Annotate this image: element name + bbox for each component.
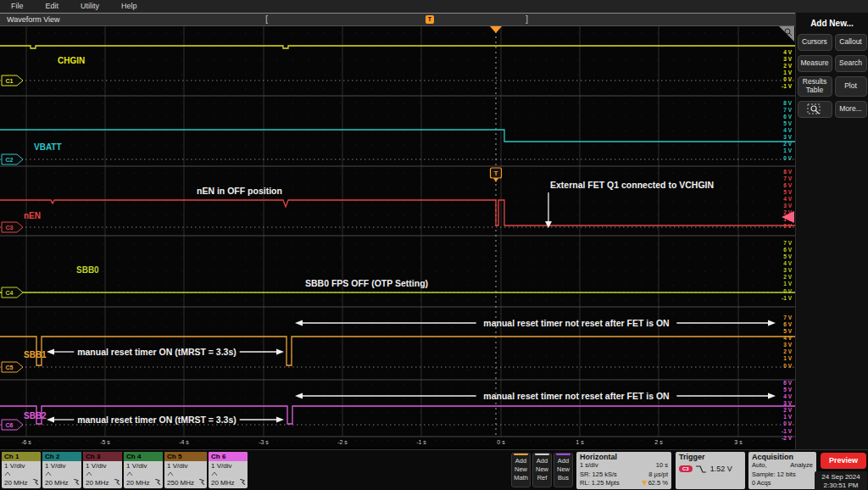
scale-label-C5: 1 V <box>783 355 792 361</box>
channel-tag-label-C4: C4 <box>6 290 14 296</box>
coupling-icon <box>167 471 174 478</box>
add-button-accent <box>535 454 549 455</box>
channel-label-SBB2: SBB2 <box>24 411 47 420</box>
channel-tag-label-C6: C6 <box>6 422 14 428</box>
cursors-button[interactable]: Cursors <box>798 34 832 51</box>
tab-waveform-view[interactable]: Waveform View <box>7 15 60 24</box>
menu-item-edit[interactable]: Edit <box>35 0 70 13</box>
add-new-ref-button[interactable]: AddNewRef <box>532 453 552 487</box>
add-new-bus-button[interactable]: AddNewBus <box>554 453 573 487</box>
annotation-text: SBB0 FPS OFF (OTP Setting) <box>305 278 428 288</box>
add-new-title: Add New... <box>796 19 868 28</box>
channel-badge-menu-icon[interactable] <box>74 479 80 487</box>
channel-badge-ch2[interactable]: Ch 21 V/div20 MHz <box>42 452 81 488</box>
time-axis-label: -2 s <box>337 439 348 445</box>
horizontal-record-length: RL: 1.25 Mpts <box>580 479 620 488</box>
falling-edge-icon <box>696 465 707 473</box>
channel-badge-menu-icon[interactable] <box>240 479 246 487</box>
scale-label-C2: 1 V <box>783 148 792 153</box>
acquisition-panel[interactable]: Acquisition Auto,Analyze Sample: 12 bits… <box>748 452 816 489</box>
arrowhead-left <box>47 349 54 355</box>
scale-label-C3: 7 V <box>783 175 792 181</box>
channel-bandwidth-text: 20 MHz <box>211 479 235 487</box>
channel-badge-body: 1 V/div20 MHz <box>209 461 248 488</box>
scale-label-C3: 3 V <box>783 203 792 209</box>
channel-badge-menu-icon[interactable] <box>199 479 205 487</box>
add-button-line: Add <box>554 457 572 465</box>
horizontal-title: Horizontal <box>576 452 671 461</box>
waveform-view-area[interactable]: 4 V3 V2 V1 V0 V-1 VCHGINC18 V7 V6 V5 V4 … <box>0 25 795 448</box>
horizontal-panel[interactable]: Horizontal 1 s/div10 s SR: 125 kS/s8 µs/… <box>576 452 671 489</box>
arrow-annotation-text: manual reset timer ON (tMRST = 3.3s) <box>77 347 236 357</box>
arrowhead-left <box>295 320 303 326</box>
zoom-window-left-bracket[interactable]: [ <box>265 14 268 24</box>
time-axis-label: -3 s <box>259 439 269 445</box>
zoom-window-right-bracket[interactable]: ] <box>526 14 528 24</box>
results-table-button[interactable]: Results Table <box>798 76 832 97</box>
scale-label-C4: 5 V <box>783 253 792 259</box>
channel-scale-text: 1 V/div <box>45 462 65 470</box>
channel-badge-ch5[interactable]: Ch 51 V/div250 MHz <box>164 452 207 488</box>
trigger-position-marker[interactable] <box>490 26 502 33</box>
horizontal-scale: 1 s/div <box>580 461 598 471</box>
menu-item-file[interactable]: File <box>0 0 35 13</box>
channel-badge-header: Ch 1 <box>2 452 41 461</box>
channel-badge-ch3[interactable]: Ch 31 V/div20 MHz <box>83 452 122 488</box>
channel-tag-label-C2: C2 <box>6 157 14 163</box>
annotation-down-arrowhead <box>545 221 552 228</box>
scale-label-C1: 1 V <box>783 70 792 75</box>
menu-item-help[interactable]: Help <box>110 0 148 13</box>
scale-label-C6: 0 V <box>783 420 792 426</box>
trigger-source-badge: C3 <box>679 465 693 472</box>
scale-label-C2: 6 V <box>783 114 792 120</box>
preview-button[interactable]: Preview <box>821 453 866 469</box>
add-button-line: Ref <box>533 474 551 482</box>
time-axis-label: 0 s <box>497 439 505 445</box>
scale-label-C4: 4 V <box>783 260 792 266</box>
draw-box-zoom-icon <box>807 103 822 115</box>
coupling-icon <box>126 471 133 478</box>
scale-label-C1: 2 V <box>783 63 792 69</box>
waveform-plot-svg[interactable]: 4 V3 V2 V1 V0 V-1 VCHGINC18 V7 V6 V5 V4 … <box>0 25 795 448</box>
add-new-button-grid: Cursors Callout Measure Search Results T… <box>796 34 868 118</box>
arrowhead-right <box>768 393 776 399</box>
trigger-panel[interactable]: Trigger C3 1.52 V <box>676 452 745 489</box>
measure-button[interactable]: Measure <box>798 55 832 72</box>
scale-label-C3: 5 V <box>783 189 792 195</box>
scale-label-C6: 6 V <box>783 380 792 386</box>
channel-bandwidth-text: 250 MHz <box>167 479 194 487</box>
time-text: 2:30:51 PM <box>815 482 867 490</box>
trace-CHGIN <box>0 46 795 48</box>
add-button-accent <box>556 454 570 455</box>
channel-scale-text: 1 V/div <box>86 462 106 470</box>
time-axis-label: -1 s <box>416 439 426 445</box>
plot-button[interactable]: Plot <box>835 76 867 97</box>
add-new-math-button[interactable]: AddNewMath <box>511 453 531 487</box>
channel-badge-ch6[interactable]: Ch 61 V/div20 MHz <box>209 452 248 488</box>
scale-label-C6: 4 V <box>783 393 792 399</box>
time-axis-label: -4 s <box>179 439 189 445</box>
record-trigger-position-icon[interactable]: T <box>426 15 434 24</box>
scale-label-C3: 6 V <box>783 182 792 188</box>
channel-badge-header: Ch 4 <box>124 452 163 461</box>
channel-badge-menu-icon[interactable] <box>114 479 120 487</box>
channel-badge-ch1[interactable]: Ch 11 V/div20 MHz <box>2 452 41 488</box>
channel-badge-body: 1 V/div250 MHz <box>164 461 207 488</box>
annotation-text: External FET Q1 connected to VCHGIN <box>550 180 714 190</box>
callout-button[interactable]: Callout <box>835 34 867 51</box>
menu-item-utility[interactable]: Utility <box>70 0 110 13</box>
horizontal-sample-rate: SR: 125 kS/s <box>580 471 617 480</box>
channel-badge-menu-icon[interactable] <box>155 479 161 487</box>
more-button[interactable]: More... <box>835 101 867 118</box>
scale-label-C6: 5 V <box>783 387 792 393</box>
draw-box-zoom-button[interactable] <box>798 101 832 118</box>
search-button[interactable]: Search <box>835 55 867 72</box>
channel-badge-header: Ch 5 <box>164 452 207 461</box>
scale-label-C4: 3 V <box>783 267 792 273</box>
time-axis-label: 1 s <box>576 439 584 445</box>
time-axis-label: 2 s <box>654 439 663 445</box>
scale-label-C5: 6 V <box>783 321 792 327</box>
channel-badge-menu-icon[interactable] <box>33 479 39 487</box>
channel-badge-ch4[interactable]: Ch 41 V/div20 MHz <box>124 452 163 488</box>
add-button-line: Add <box>512 457 530 465</box>
